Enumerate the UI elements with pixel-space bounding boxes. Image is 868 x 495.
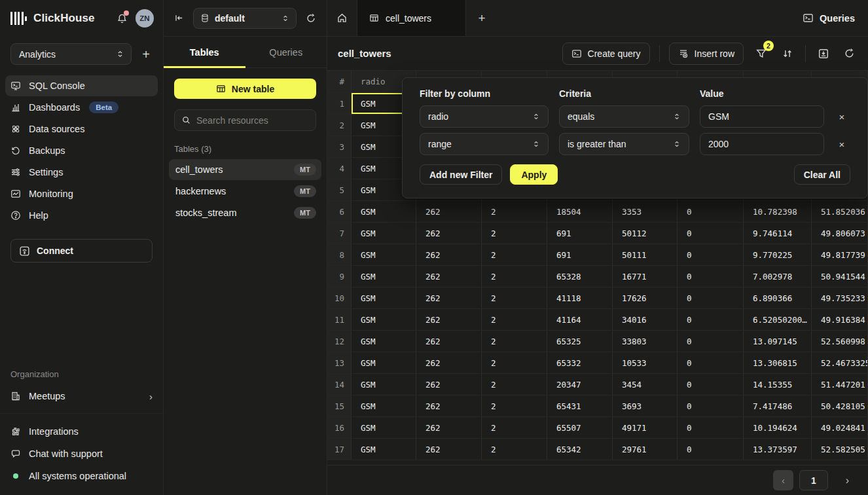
table-cell[interactable]: 0	[678, 439, 744, 460]
table-cell[interactable]: 7.002978	[744, 266, 812, 287]
home-button[interactable]	[327, 0, 357, 36]
table-cell[interactable]: 262	[416, 374, 482, 395]
table-cell[interactable]: 10533	[613, 352, 678, 374]
avatar[interactable]: ZN	[136, 9, 154, 28]
table-cell[interactable]: 2	[482, 201, 547, 223]
table-cell[interactable]: GSM	[352, 417, 416, 439]
add-workspace-button[interactable]: +	[139, 46, 153, 62]
table-cell[interactable]: 49.916384	[812, 309, 868, 331]
filter-column-select-1[interactable]: radio	[420, 105, 549, 128]
table-cell[interactable]: 0	[678, 201, 744, 223]
table-cell[interactable]: 0	[678, 244, 744, 266]
table-cell[interactable]: 2	[482, 244, 547, 266]
notifications-button[interactable]	[115, 11, 129, 26]
table-cell[interactable]: 262	[416, 244, 482, 266]
filter-value-input-2[interactable]	[700, 133, 824, 155]
table-cell[interactable]: 262	[416, 266, 482, 287]
table-cell[interactable]: 50111	[613, 244, 678, 266]
table-cell[interactable]: GSM	[352, 201, 416, 223]
table-cell[interactable]: 50.941544	[812, 266, 868, 287]
table-cell[interactable]: 3353	[613, 201, 678, 223]
table-cell[interactable]: GSM	[352, 331, 416, 352]
table-cell[interactable]: 2	[482, 287, 547, 309]
table-cell[interactable]: 0	[678, 287, 744, 309]
queries-button[interactable]: Queries	[789, 0, 868, 36]
table-cell[interactable]: 17626	[613, 287, 678, 309]
table-cell[interactable]: 2	[482, 439, 547, 460]
table-cell[interactable]: 0	[678, 417, 744, 439]
table-cell[interactable]: 52.4673325	[812, 352, 868, 374]
table-cell[interactable]: 9.770225	[744, 244, 812, 266]
table-cell[interactable]: 2	[482, 395, 547, 417]
table-cell[interactable]: 262	[416, 201, 482, 223]
database-select[interactable]: default	[193, 8, 297, 29]
remove-filter-button-2[interactable]: ×	[835, 139, 849, 150]
table-cell[interactable]: 2	[482, 309, 547, 331]
refresh-data-button[interactable]	[841, 45, 858, 62]
table-cell[interactable]: GSM	[352, 266, 416, 287]
filter-value-input-1[interactable]	[700, 105, 824, 128]
table-cell[interactable]: 3693	[613, 395, 678, 417]
table-cell[interactable]: 51.852036	[812, 201, 868, 223]
previous-page-button[interactable]: ‹	[773, 470, 793, 490]
table-cell[interactable]: 0	[678, 374, 744, 395]
table-cell[interactable]: 49.024841	[812, 417, 868, 439]
table-cell[interactable]: 65342	[547, 439, 613, 460]
table-cell[interactable]: 691	[547, 223, 613, 244]
table-cell[interactable]: GSM	[352, 287, 416, 309]
table-cell[interactable]: 262	[416, 395, 482, 417]
table-cell[interactable]: 7.417486	[744, 395, 812, 417]
refresh-tables-button[interactable]	[306, 13, 316, 24]
table-cell[interactable]: 65325	[547, 331, 613, 352]
table-cell[interactable]: 10.782398	[744, 201, 812, 223]
download-button[interactable]	[815, 45, 832, 62]
table-cell[interactable]: 0	[678, 266, 744, 287]
workspace-select[interactable]: Analytics	[10, 43, 132, 65]
table-cell[interactable]: GSM	[352, 352, 416, 374]
table-cell[interactable]: 2	[482, 266, 547, 287]
table-cell[interactable]: GSM	[352, 374, 416, 395]
sidebar-item-integrations[interactable]: Integrations	[10, 422, 153, 441]
collapse-panel-button[interactable]	[174, 13, 184, 23]
table-cell[interactable]: 49171	[613, 417, 678, 439]
filter-criteria-select-2[interactable]: is greater than	[559, 133, 689, 155]
sidebar-item-monitoring[interactable]: Monitoring	[5, 183, 158, 204]
table-cell[interactable]: 10.194624	[744, 417, 812, 439]
table-cell[interactable]: 0	[678, 352, 744, 374]
table-cell[interactable]: 18504	[547, 201, 613, 223]
connect-button[interactable]: Connect	[10, 239, 153, 263]
table-cell[interactable]: GSM	[352, 395, 416, 417]
table-cell[interactable]: 0	[678, 309, 744, 331]
table-cell[interactable]: 2	[482, 331, 547, 352]
filter-button[interactable]: 2	[753, 45, 770, 62]
search-resources-input[interactable]	[196, 115, 309, 126]
sidebar-item-help[interactable]: Help	[5, 205, 158, 226]
table-cell[interactable]: 65431	[547, 395, 613, 417]
table-cell[interactable]: 262	[416, 352, 482, 374]
table-cell[interactable]: 691	[547, 244, 613, 266]
clear-all-filters-button[interactable]: Clear All	[794, 164, 850, 185]
sidebar-item-data-sources[interactable]: Data sources	[5, 119, 158, 139]
tab-tables[interactable]: Tables	[164, 37, 245, 67]
new-tab-button[interactable]: +	[466, 0, 497, 36]
table-cell[interactable]: 49.817739	[812, 244, 868, 266]
sort-button[interactable]	[779, 45, 796, 62]
table-cell[interactable]: 49.735233	[812, 287, 868, 309]
sidebar-item-settings[interactable]: Settings	[5, 162, 158, 183]
table-cell[interactable]: 262	[416, 309, 482, 331]
table-cell[interactable]: 6.890366	[744, 287, 812, 309]
add-new-filter-button[interactable]: Add new Filter	[420, 164, 502, 185]
table-cell[interactable]: 52.582505	[812, 439, 868, 460]
table-cell[interactable]: 0	[678, 223, 744, 244]
table-cell[interactable]: 262	[416, 331, 482, 352]
table-cell[interactable]: 13.306815	[744, 352, 812, 374]
sidebar-item-dashboards[interactable]: Dashboards Beta	[5, 97, 158, 118]
table-cell[interactable]: GSM	[352, 244, 416, 266]
table-cell[interactable]: 0	[678, 395, 744, 417]
table-cell[interactable]: 262	[416, 439, 482, 460]
sidebar-item-chat-support[interactable]: Chat with support	[10, 444, 153, 464]
create-query-button[interactable]: Create query	[562, 43, 650, 65]
table-cell[interactable]: 13.097145	[744, 331, 812, 352]
table-item-hackernews[interactable]: hackernews MT	[169, 181, 321, 202]
table-cell[interactable]: 0	[678, 331, 744, 352]
